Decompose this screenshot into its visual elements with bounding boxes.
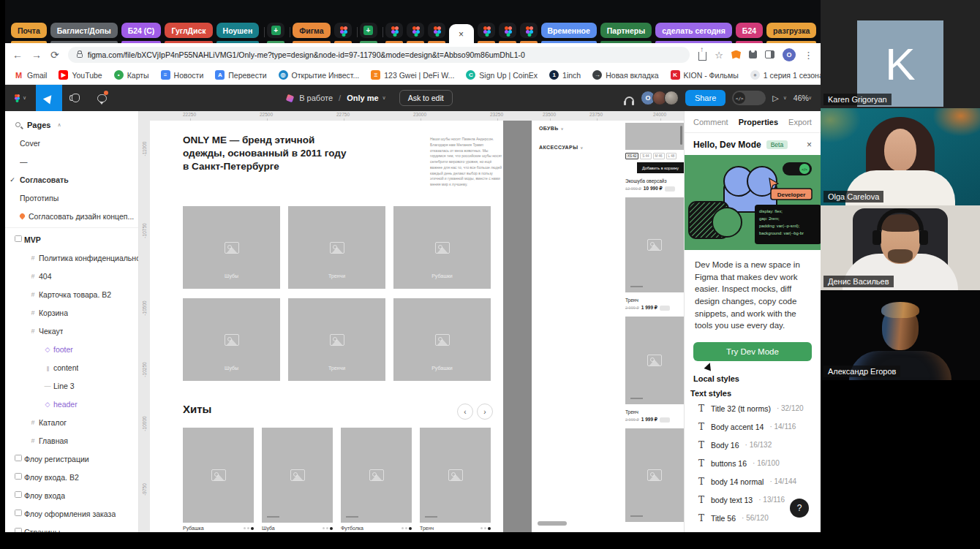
tab-favicon[interactable] (407, 23, 424, 38)
tab-group-label[interactable]: Почта (11, 23, 47, 38)
hit-product-card[interactable]: Шуба (262, 428, 333, 531)
color-dot[interactable] (326, 527, 328, 529)
bookmark-item[interactable]: ≡Новости (161, 70, 204, 80)
page-item-Согласовать[interactable]: Согласовать (5, 170, 138, 189)
browser-menu-icon[interactable] (804, 48, 813, 61)
hit-product-card[interactable]: Рубашка (183, 428, 254, 531)
tab-group-label[interactable]: Партнеры (600, 23, 652, 38)
scrollbar-thumb[interactable] (680, 126, 682, 145)
audio-headphones-icon[interactable] (625, 96, 634, 102)
layer-item-footer[interactable]: footer (5, 340, 138, 358)
tab-group-label[interactable]: Б24 (С) (121, 23, 162, 38)
layer-item-Каталог[interactable]: Каталог (5, 413, 138, 431)
tab[interactable] (267, 23, 284, 43)
dev-mode-toggle[interactable]: </> (732, 91, 766, 105)
layer-item-Главная[interactable]: Главная (5, 431, 138, 450)
text-style-item[interactable]: TBody accent 14· 14/116 (685, 417, 821, 436)
close-icon[interactable] (807, 140, 812, 150)
layer-item-Line 3[interactable]: Line 3 (5, 376, 138, 395)
bookmark-item[interactable]: •Карты (114, 70, 149, 80)
forward-icon[interactable] (31, 50, 42, 60)
design-frame-main[interactable]: ONLY ME — бренд этичной одежды, основанн… (150, 121, 503, 532)
layer-item-content[interactable]: content (5, 358, 138, 376)
page-item-Согласовать дизайн концеп...[interactable]: Согласовать дизайн концеп... (5, 207, 138, 225)
tab-group-сделать сегодня[interactable]: сделать сегодня (655, 23, 732, 43)
bookmark-item[interactable]: KKION - Фильмы (671, 70, 739, 80)
layer-item-Флоу входа. В2[interactable]: Флоу входа. В2 (5, 468, 138, 486)
tab-group-label[interactable]: Б24 (736, 23, 763, 38)
add-to-cart-button[interactable]: Добавить в корзину (637, 162, 684, 173)
browser-profile-avatar[interactable]: O (783, 48, 796, 61)
bookmark-item[interactable]: →Новая вкладка (592, 70, 658, 80)
text-style-item[interactable]: Tbody 14 normal· 14/144 (685, 472, 821, 491)
layer-item-Карточка товара. В2[interactable]: Карточка товара. В2 (5, 285, 138, 303)
bookmark-item[interactable]: ▶YouTube (59, 70, 102, 80)
color-dot[interactable] (484, 527, 486, 529)
try-dev-mode-button[interactable]: Try Dev Mode (693, 342, 812, 361)
chevron-down-icon[interactable] (783, 95, 787, 101)
tab-favicon[interactable] (520, 23, 538, 38)
tab-group-Временное[interactable]: Временное (541, 23, 597, 43)
close-icon[interactable] (459, 27, 464, 40)
tab-favicon[interactable] (385, 23, 403, 38)
canvas-dark-frame[interactable] (503, 121, 532, 532)
menu-item-accessories[interactable]: АКСЕССУАРЫ (539, 145, 583, 150)
layer-item-Флоу входа[interactable]: Флоу входа (5, 486, 138, 504)
tab-properties[interactable]: Properties (739, 118, 778, 126)
category-card-Тренчи[interactable]: Тренчи (288, 298, 385, 381)
participant-tile-4[interactable]: Александр Егоров (821, 290, 980, 380)
layer-item-Чекаут[interactable]: Чекаут (5, 322, 138, 340)
bookmark-item[interactable]: AПеревести (215, 70, 266, 80)
tab[interactable] (385, 23, 403, 43)
tab-group-Ноушен[interactable]: Ноушен (216, 23, 260, 43)
tab-comment[interactable]: Comment (693, 118, 728, 126)
tab[interactable] (334, 23, 352, 43)
canvas-horizontal-scrollbar[interactable] (538, 521, 567, 526)
comment-tool[interactable] (88, 85, 115, 111)
tab-group-Б24[interactable]: Б24 (736, 23, 763, 43)
zoom-level[interactable]: 46% (794, 94, 812, 102)
design-frame-right[interactable]: ОБУВЬ АКСЕССУАРЫ XS 42S 44M 46L 48Добави… (532, 121, 684, 532)
text-style-item[interactable]: TTitle 32 (tt norms)· 32/120 (685, 399, 821, 417)
color-dot-selected[interactable] (488, 527, 491, 530)
color-dot-selected[interactable] (330, 527, 333, 530)
tab[interactable] (407, 23, 424, 43)
carousel-next-button[interactable]: › (477, 404, 493, 420)
color-dot-selected[interactable] (251, 527, 254, 530)
back-icon[interactable] (12, 50, 23, 60)
tab-group-label[interactable]: разгрузка (766, 23, 816, 38)
tab[interactable] (428, 23, 445, 43)
file-name[interactable]: Only me (347, 94, 378, 102)
tab-group-ГуглДиск[interactable]: ГуглДиск (165, 23, 212, 43)
page-item-—[interactable]: — (5, 152, 138, 170)
category-card-Шубы[interactable]: Шубы (183, 206, 280, 289)
ask-to-edit-button[interactable]: Ask to edit (399, 90, 453, 106)
size-chip[interactable]: S 44 (640, 153, 651, 159)
bookmark-star-icon[interactable] (715, 48, 723, 61)
category-card-Рубашки[interactable]: Рубашки (393, 206, 491, 289)
category-card-Рубашки[interactable]: Рубашки (393, 298, 491, 381)
color-dot[interactable] (247, 527, 249, 529)
tab-favicon[interactable] (499, 23, 516, 38)
tab-export[interactable]: Export (788, 118, 812, 126)
layer-item-header[interactable]: header (5, 395, 138, 413)
layer-item-MVP[interactable]: MVP (5, 230, 138, 249)
color-dot[interactable] (405, 527, 407, 529)
participant-tile-2[interactable]: Olga Carelova (821, 108, 980, 205)
present-icon[interactable] (772, 94, 778, 103)
size-chip[interactable]: M 46 (653, 153, 665, 159)
side-panel-icon[interactable] (765, 50, 774, 58)
tab[interactable] (499, 23, 516, 43)
bookmark-item[interactable]: 11inch (549, 70, 581, 80)
page-item-Прототипы[interactable]: Прототипы (5, 189, 138, 207)
hit-product-card[interactable]: Тренч (420, 428, 491, 531)
tab[interactable] (360, 23, 377, 43)
search-icon[interactable] (15, 122, 20, 127)
metamask-extension-icon[interactable] (731, 50, 741, 59)
color-dot[interactable] (244, 527, 246, 529)
text-style-item[interactable]: Tbuttons 16· 16/100 (685, 454, 821, 472)
category-card-Тренчи[interactable]: Тренчи (288, 206, 385, 289)
layer-item-Флоу регистрации[interactable]: Флоу регистрации (5, 450, 138, 468)
hand-tool[interactable] (62, 85, 88, 111)
text-style-item[interactable]: TBody 16· 16/132 (685, 436, 821, 454)
